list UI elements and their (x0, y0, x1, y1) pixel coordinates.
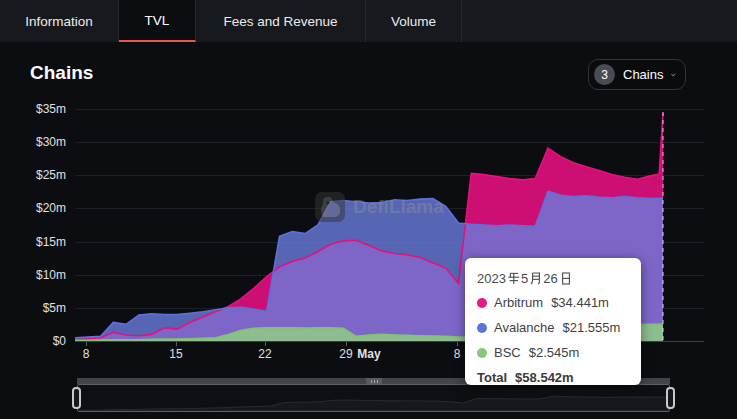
bsc-dot (477, 348, 487, 358)
arbitrum-dot (477, 298, 487, 308)
tooltip-row-arbitrum: Arbitrum $34.441m (477, 290, 629, 315)
x-axis-tick (265, 342, 266, 346)
tooltip-year: 2023 (477, 271, 506, 286)
x-axis-label: May (357, 347, 380, 361)
avalanche-dot (477, 323, 487, 333)
tooltip-day: 26 (543, 271, 557, 286)
arbitrum-name: Arbitrum (494, 295, 543, 310)
x-axis-tick (86, 342, 87, 346)
arbitrum-value: $34.441m (551, 295, 609, 310)
bsc-value: $2.545m (529, 345, 580, 360)
datazoom-left-handle[interactable] (72, 387, 81, 409)
x-axis-label: 15 (169, 347, 182, 361)
brush-silhouette (78, 395, 669, 412)
avalanche-value: $21.555m (562, 320, 620, 335)
cjk-month-glyph (529, 271, 542, 285)
x-axis-label: 22 (258, 347, 271, 361)
defillama-logo-icon (315, 192, 345, 222)
datazoom-right-handle[interactable] (666, 387, 675, 409)
bsc-name: BSC (494, 345, 521, 360)
avalanche-name: Avalanche (494, 320, 554, 335)
tooltip-row-bsc: BSC $2.545m (477, 340, 629, 365)
chart-tooltip: 2023 5 26 Arbitrum $34.441m Avalanche $2… (465, 258, 641, 385)
tooltip-month: 5 (521, 271, 528, 286)
tooltip-date: 2023 5 26 (477, 266, 629, 290)
total-label: Total (477, 370, 507, 385)
x-axis-tick (457, 342, 458, 346)
x-axis-tick (346, 342, 347, 346)
tooltip-row-avalanche: Avalanche $21.555m (477, 315, 629, 340)
x-axis-tick (176, 342, 177, 346)
tooltip-total: Total $58.542m (477, 365, 629, 390)
cjk-day-glyph (559, 271, 572, 285)
x-axis-label: 29 (339, 347, 352, 361)
watermark-text: DefiLlama (353, 196, 444, 218)
x-axis-label: 8 (83, 347, 90, 361)
total-value: $58.542m (515, 370, 574, 385)
x-axis-label: 8 (454, 347, 461, 361)
watermark: DefiLlama (315, 192, 444, 222)
cjk-year-glyph (507, 271, 520, 285)
